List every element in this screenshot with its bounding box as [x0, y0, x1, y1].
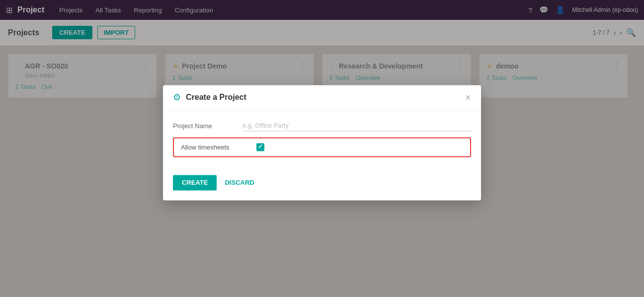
project-name-input[interactable] [242, 120, 471, 131]
modal-title: Create a Project [186, 93, 465, 102]
allow-timesheets-box: Allow timesheets [173, 137, 471, 157]
create-project-modal: ⚙ Create a Project × Project Name Allow … [163, 85, 481, 200]
modal-header-icon: ⚙ [173, 92, 181, 103]
modal-discard-button[interactable]: DISCARD [223, 175, 256, 190]
project-name-row: Project Name [173, 120, 471, 131]
modal-header: ⚙ Create a Project × [163, 85, 481, 110]
allow-timesheets-checkbox[interactable] [256, 143, 264, 151]
modal-body: Project Name Allow timesheets [163, 110, 481, 170]
project-name-label: Project Name [173, 122, 242, 130]
modal-create-button[interactable]: CREATE [173, 175, 217, 190]
modal-close-button[interactable]: × [465, 92, 471, 102]
modal-footer: CREATE DISCARD [163, 170, 481, 200]
allow-timesheets-label: Allow timesheets [181, 144, 250, 151]
